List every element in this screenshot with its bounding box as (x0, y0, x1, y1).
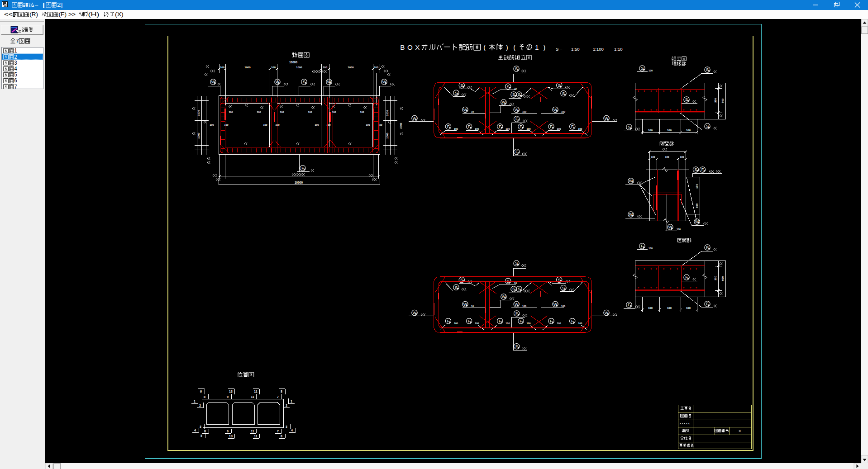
svg-text:11: 11 (251, 395, 254, 398)
svg-text:100: 100 (557, 322, 561, 325)
svg-text:B: B (400, 43, 405, 51)
svg-text:350: 350 (714, 275, 717, 280)
svg-text:100: 100 (686, 307, 691, 309)
svg-text:3: 3 (14, 60, 17, 66)
svg-text:100: 100 (326, 123, 330, 126)
svg-text:100: 100 (366, 123, 370, 126)
svg-text:4: 4 (291, 429, 293, 432)
svg-text:W: W (515, 302, 519, 307)
svg-text:2: 2 (199, 404, 201, 407)
svg-text:2]: 2] (57, 2, 63, 8)
svg-text:100: 100 (648, 307, 653, 309)
svg-text:100: 100 (665, 156, 669, 158)
svg-text:W: W (413, 311, 417, 315)
svg-text:100: 100 (360, 111, 364, 114)
svg-text:8: 8 (204, 430, 206, 433)
svg-text:W: W (276, 80, 280, 84)
svg-text:100: 100 (578, 128, 582, 130)
svg-text:100: 100 (680, 156, 684, 158)
svg-text:100: 100 (315, 123, 319, 126)
svg-text:W: W (463, 108, 467, 112)
svg-text:W: W (502, 100, 506, 104)
svg-text:13: 13 (229, 435, 233, 438)
svg-text:1:50: 1:50 (571, 47, 580, 52)
svg-text:1: 1 (14, 47, 17, 54)
svg-text:100: 100 (667, 307, 672, 309)
svg-text:S =: S = (556, 47, 563, 52)
svg-text:100: 100 (578, 322, 582, 325)
svg-text:100: 100 (648, 129, 653, 132)
svg-text:X: X (415, 43, 420, 51)
svg-text:100: 100 (561, 305, 565, 308)
svg-text:100: 100 (649, 69, 653, 72)
svg-text:W: W (605, 311, 609, 315)
svg-text:100: 100 (696, 184, 698, 189)
svg-text:×: × (739, 429, 741, 433)
svg-text:(: ( (513, 43, 515, 51)
svg-text:W: W (668, 225, 672, 229)
svg-text:1000: 1000 (244, 66, 251, 69)
svg-text:100: 100 (454, 322, 458, 325)
svg-text:11: 11 (251, 430, 254, 433)
svg-text:100: 100 (667, 129, 672, 132)
svg-text:100: 100 (323, 66, 328, 69)
svg-text:1000: 1000 (197, 110, 200, 116)
svg-text:3: 3 (200, 425, 201, 428)
svg-text:100: 100 (686, 129, 691, 132)
svg-text:×××××: ××××× (679, 422, 690, 426)
svg-text:1000: 1000 (296, 66, 302, 69)
svg-text:1: 1 (194, 400, 196, 403)
svg-text:100: 100 (308, 111, 312, 114)
svg-text:100: 100 (527, 322, 531, 325)
svg-text:100: 100 (257, 111, 261, 114)
svg-text:1:10: 1:10 (614, 47, 623, 52)
svg-text:3000: 3000 (400, 123, 402, 129)
svg-text:- [: - [ (34, 2, 46, 8)
svg-text:W: W (629, 179, 633, 183)
svg-text:6: 6 (200, 390, 202, 393)
svg-text:(F) >>: (F) >> (59, 11, 76, 18)
svg-text:5: 5 (14, 71, 17, 78)
svg-text:2: 2 (14, 54, 17, 60)
svg-text:11: 11 (254, 390, 258, 393)
svg-text:W: W (695, 219, 699, 224)
svg-text:8: 8 (281, 390, 282, 393)
svg-text:O: O (407, 43, 413, 51)
svg-text:2: 2 (286, 404, 287, 407)
svg-text:W: W (211, 80, 215, 84)
svg-text:100: 100 (649, 247, 653, 250)
svg-text:100: 100 (506, 322, 510, 325)
svg-text:100: 100 (454, 128, 458, 130)
svg-text:100: 100 (677, 228, 681, 231)
svg-text:1000: 1000 (386, 110, 389, 116)
svg-text:100: 100 (271, 66, 276, 69)
svg-text:1: 1 (535, 43, 539, 51)
svg-text:W: W (502, 294, 506, 299)
svg-text:<<: << (4, 11, 13, 18)
svg-text:100: 100 (522, 305, 526, 308)
svg-text:11: 11 (254, 435, 258, 438)
svg-text:1000: 1000 (386, 133, 389, 139)
svg-text:W: W (629, 212, 633, 217)
svg-text:(R): (R) (29, 11, 38, 18)
svg-text:W: W (463, 302, 467, 307)
svg-text:100: 100 (374, 66, 379, 69)
svg-text:1000: 1000 (197, 133, 200, 139)
svg-text:1000: 1000 (348, 66, 354, 69)
svg-text:3: 3 (286, 425, 287, 428)
svg-text:(: ( (483, 43, 486, 51)
svg-text:100: 100 (220, 66, 225, 69)
svg-text:100: 100 (561, 110, 565, 113)
svg-text:100: 100 (651, 156, 655, 158)
svg-text:9: 9 (227, 395, 229, 398)
svg-text:10: 10 (471, 110, 474, 113)
svg-text:10: 10 (471, 305, 474, 308)
svg-text:1:100: 1:100 (593, 47, 604, 52)
svg-text:100: 100 (210, 123, 214, 126)
svg-text:100: 100 (263, 123, 267, 126)
svg-text:100: 100 (506, 128, 510, 130)
svg-text:100: 100 (475, 322, 479, 325)
svg-text:100: 100 (229, 111, 233, 114)
svg-text:): ) (543, 43, 545, 51)
svg-text:(X): (X) (115, 11, 124, 18)
